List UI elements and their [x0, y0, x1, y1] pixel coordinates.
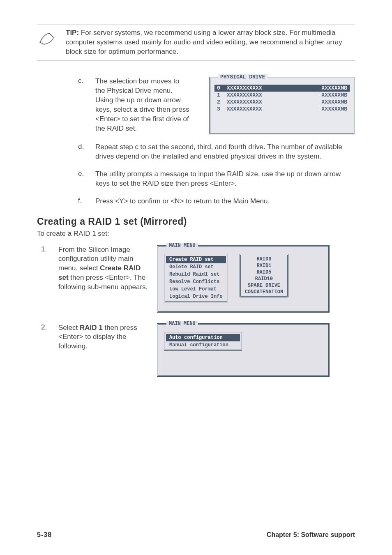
page-footer: 5-38 Chapter 5: Software support: [37, 531, 355, 539]
physical-drive-panel: PHYSICAL DRIVE 0 XXXXXXXXXXX XXXXXXMB 1 …: [209, 77, 355, 134]
menu-item[interactable]: Rebuild Raid1 set: [166, 271, 226, 278]
drive-size: XXXXXXMB: [322, 92, 347, 98]
step-c-row: c. The selection bar moves to the Physic…: [37, 77, 355, 134]
panel-title: MAIN MENU: [166, 321, 198, 327]
chapter-title: Chapter 5: Software support: [267, 531, 355, 539]
tip-callout: TIP: For server systems, we recommend us…: [37, 25, 355, 60]
step-text: The utility prompts a message to input t…: [95, 170, 355, 189]
drive-index: 3: [217, 106, 224, 112]
raid-option[interactable]: CONCATENATION: [242, 289, 287, 295]
drive-size: XXXXXXMB: [322, 106, 347, 112]
panel-title: PHYSICAL DRIVE: [218, 74, 267, 80]
drive-row[interactable]: 1 XXXXXXXXXXX XXXXXXMB: [214, 92, 350, 99]
drive-size: XXXXXXMB: [322, 99, 347, 105]
section-intro: To create a RAID 1 set:: [37, 230, 355, 238]
raid-option[interactable]: RAID5: [242, 269, 287, 276]
tip-text: TIP: For server systems, we recommend us…: [66, 28, 355, 57]
panel-title: MAIN MENU: [166, 243, 198, 249]
step-f-row: f. Press <Y> to confirm or <N> to return…: [37, 197, 355, 206]
menu-item[interactable]: Low Level Format: [166, 286, 226, 293]
drive-index: 0: [217, 85, 224, 91]
main-menu-panel-2: MAIN MENU Auto configuration Manual conf…: [157, 323, 330, 377]
tip-body: For server systems, we recommend using a…: [66, 29, 342, 55]
step-text: The selection bar moves to the Physical …: [95, 77, 190, 134]
raid-option[interactable]: RAID0: [242, 256, 287, 263]
num-step-2: 2. Select RAID 1 then press <Enter> to d…: [37, 323, 355, 377]
step-d-row: d. Repeat step c to set the second, thir…: [37, 143, 355, 161]
drive-row[interactable]: 2 XXXXXXXXXXX XXXXXXMB: [214, 99, 350, 106]
drive-name: XXXXXXXXXXX: [224, 99, 322, 105]
step-text: From the Silicon Image configuration uti…: [58, 245, 149, 292]
section-heading: Creating a RAID 1 set (Mirrored): [37, 216, 355, 227]
step-number: 2.: [41, 323, 50, 332]
config-mode-list: Auto configuration Manual configuration: [164, 332, 242, 351]
step-letter: e.: [78, 170, 87, 189]
step-text: Repeat step c to set the second, third, …: [95, 143, 355, 161]
step-e-row: e. The utility prompts a message to inpu…: [37, 170, 355, 189]
page-number: 5-38: [37, 531, 52, 539]
step-letter: d.: [78, 143, 87, 161]
menu-item-selected[interactable]: Auto configuration: [166, 334, 240, 341]
drive-name: XXXXXXXXXXX: [224, 106, 322, 112]
drive-size: XXXXXXMB: [322, 85, 347, 91]
step-number: 1.: [41, 245, 50, 253]
drive-name: XXXXXXXXXXX: [224, 92, 322, 98]
menu-item[interactable]: Logical Drive Info: [166, 293, 226, 300]
main-menu-panel-1: MAIN MENU Create RAID set Delete RAID se…: [157, 245, 330, 313]
menu-item[interactable]: Resolve Conflicts: [166, 278, 226, 286]
main-menu-list: Create RAID set Delete RAID set Rebuild …: [164, 254, 228, 302]
drive-index: 1: [217, 92, 224, 98]
drive-index: 2: [217, 99, 224, 105]
step-text: Press <Y> to confirm or <N> to return to…: [95, 197, 355, 206]
num-step-1: 1. From the Silicon Image configuration …: [37, 245, 355, 313]
pencil-icon: [37, 28, 58, 57]
step-letter: c.: [78, 77, 87, 85]
drive-row-selected[interactable]: 0 XXXXXXXXXXX XXXXXXMB: [214, 85, 350, 92]
menu-item[interactable]: Delete RAID set: [166, 263, 226, 271]
raid-option[interactable]: RAID1: [242, 263, 287, 269]
raid-option[interactable]: SPARE DRIVE: [242, 282, 287, 289]
step-letter: f.: [78, 197, 87, 206]
bold-term: RAID 1: [80, 324, 103, 332]
raid-option[interactable]: RAID10: [242, 276, 287, 282]
step-text: Select RAID 1 then press <Enter> to disp…: [58, 323, 149, 352]
tip-label: TIP:: [66, 29, 79, 37]
menu-item[interactable]: Manual configuration: [166, 341, 240, 349]
menu-item-selected[interactable]: Create RAID set: [166, 256, 226, 263]
drive-name: XXXXXXXXXXX: [224, 85, 322, 91]
drive-row[interactable]: 3 XXXXXXXXXXX XXXXXXMB: [214, 106, 350, 113]
raid-options-list: RAID0 RAID1 RAID5 RAID10 SPARE DRIVE CON…: [240, 254, 289, 297]
